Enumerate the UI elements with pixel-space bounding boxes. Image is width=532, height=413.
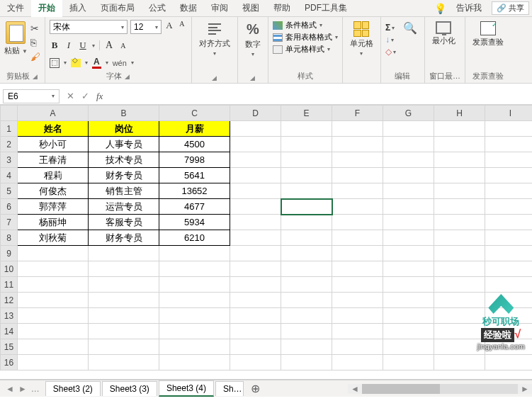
phonetic-guide-icon[interactable]: wén [113,59,127,67]
cell[interactable] [434,215,485,230]
clipboard-dialog-launcher[interactable]: ◢ [33,73,38,80]
header-cell-name[interactable]: 姓名 [18,121,89,137]
cell[interactable] [230,152,281,168]
tab-help[interactable]: 帮助 [266,0,298,17]
cell[interactable] [332,121,383,137]
font-family-select[interactable]: 宋体▾ [50,20,128,34]
row-header[interactable]: 1 [1,121,18,137]
cell[interactable] [332,215,383,230]
cell[interactable] [159,339,230,355]
cell[interactable] [332,152,383,168]
row-header[interactable]: 13 [1,308,18,324]
cell[interactable]: 杨丽坤 [18,215,89,230]
row-header[interactable]: 15 [1,339,18,355]
tab-insert[interactable]: 插入 [62,0,94,17]
cell[interactable] [281,183,332,199]
sheet-tab[interactable]: Sh… [215,381,244,396]
cell[interactable] [383,230,434,246]
cut-icon[interactable]: ✂ [30,23,40,34]
cell[interactable] [434,293,485,308]
cell[interactable] [332,230,383,246]
col-header-f[interactable]: F [332,106,383,121]
cell[interactable] [281,230,332,246]
tab-formulas[interactable]: 公式 [142,0,173,17]
cell[interactable] [18,261,89,277]
cell[interactable] [434,246,485,261]
cell[interactable] [281,152,332,168]
cell[interactable] [89,339,159,355]
cell[interactable] [332,324,383,339]
formula-input[interactable] [110,89,532,103]
cell[interactable] [434,230,485,246]
cell[interactable] [159,293,230,308]
row-header[interactable]: 6 [1,199,18,215]
paste-icon[interactable] [6,21,26,44]
cell[interactable] [485,183,533,199]
scroll-right-icon[interactable]: ► [518,384,532,394]
cell[interactable] [485,308,533,324]
cell[interactable] [383,339,434,355]
cell[interactable] [281,246,332,261]
cell[interactable] [485,339,533,355]
tab-data[interactable]: 数据 [173,0,204,17]
cell[interactable] [485,137,533,152]
cell[interactable] [159,324,230,339]
cell[interactable] [281,121,332,137]
col-header-b[interactable]: B [89,106,159,121]
minimize-button[interactable]: 最小化 [429,20,458,47]
cell[interactable] [434,121,485,137]
sheet-nav-next-icon[interactable]: ► [18,384,27,394]
header-cell-salary[interactable]: 月薪 [159,121,230,137]
cell[interactable] [485,324,533,339]
sheet-tab[interactable]: Sheet3 (2) [45,381,101,396]
cell[interactable] [485,168,533,183]
cell[interactable] [230,261,281,277]
cell[interactable] [434,152,485,168]
number-format-button[interactable]: % 数字 ▾ [242,20,264,59]
fill-button[interactable]: ↓▾ [385,35,396,45]
cell[interactable] [485,246,533,261]
cell[interactable] [434,199,485,215]
cell[interactable]: 7998 [159,152,230,168]
header-cell-position[interactable]: 岗位 [89,121,159,137]
cell[interactable] [383,121,434,137]
cell[interactable] [18,339,89,355]
cell[interactable] [230,293,281,308]
italic-button[interactable]: I [64,40,74,51]
cell[interactable] [383,308,434,324]
increase-font-icon[interactable]: A [104,40,114,51]
cell[interactable]: 5934 [159,215,230,230]
sheet-nav-more-icon[interactable]: … [31,384,40,394]
underline-button[interactable]: U [78,40,88,51]
sheet-tab[interactable]: Sheet3 (3) [102,381,157,396]
copy-icon[interactable]: ⎘ [30,37,40,48]
cell[interactable]: 技术专员 [89,152,159,168]
cell[interactable] [89,246,159,261]
row-header[interactable]: 3 [1,152,18,168]
cell[interactable] [281,261,332,277]
add-sheet-button[interactable]: ⊕ [245,382,266,395]
cell[interactable] [89,308,159,324]
cell[interactable] [434,355,485,370]
col-header-a[interactable]: A [18,106,89,121]
cell[interactable] [89,293,159,308]
invoice-check-button[interactable]: 发票查验 [470,20,506,49]
cell[interactable] [230,215,281,230]
sheet-tab-active[interactable]: Sheet3 (4) [159,380,214,397]
row-header[interactable]: 5 [1,183,18,199]
row-header[interactable]: 4 [1,168,18,183]
cell[interactable] [18,293,89,308]
cell-styles-button[interactable]: 单元格样式 ▾ [273,44,338,55]
font-dialog-launcher[interactable]: ◢ [125,73,130,80]
cell[interactable]: 客服专员 [89,215,159,230]
cell[interactable] [281,324,332,339]
autosum-button[interactable]: Σ▾ [385,23,396,33]
scroll-left-icon[interactable]: ◄ [348,384,362,394]
cell[interactable] [89,277,159,293]
cell[interactable] [230,339,281,355]
cell[interactable] [89,355,159,370]
cell[interactable] [485,199,533,215]
cell[interactable] [485,277,533,293]
borders-icon[interactable] [50,58,60,68]
cell[interactable]: 财务专员 [89,230,159,246]
